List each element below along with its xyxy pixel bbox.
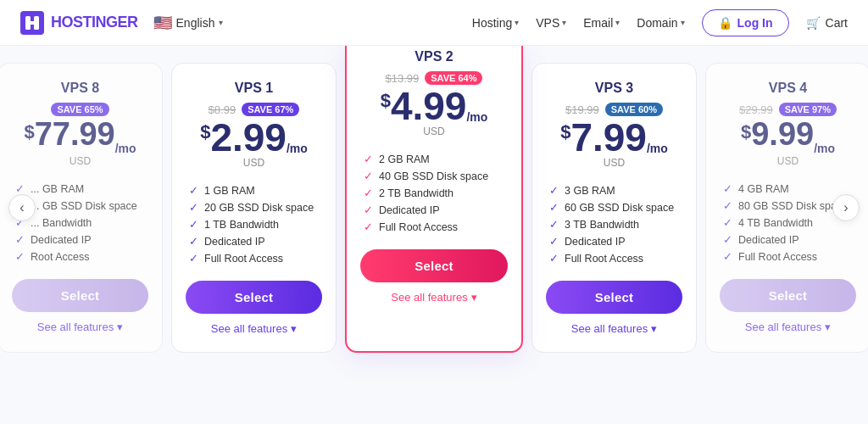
card-vps1-title: VPS 1 xyxy=(235,81,273,96)
list-item: ✓Full Root Access xyxy=(549,252,679,265)
nav-vps[interactable]: VPS ▾ xyxy=(536,16,566,30)
logo-icon xyxy=(20,11,44,35)
list-item: ✓3 GB RAM xyxy=(549,184,679,197)
arrow-right-button[interactable]: › xyxy=(832,194,860,221)
card-vps3-mo: /mo xyxy=(647,142,668,155)
lock-icon: 🔒 xyxy=(718,16,732,30)
card-vps3-select-button[interactable]: Select xyxy=(546,281,682,314)
list-item: ✓Dedicated IP xyxy=(364,204,504,216)
see-features-label: See all features xyxy=(745,321,821,333)
check-icon: ✓ xyxy=(723,233,732,246)
cart-button[interactable]: 🛒 Cart xyxy=(806,16,848,30)
card-vps3-original-price: $19.99 xyxy=(565,103,599,116)
card-vps4-original-price: $29.99 xyxy=(739,103,773,116)
card-vps8-see-features[interactable]: See all features ▾ xyxy=(37,321,123,333)
list-item: ✓4 GB RAM xyxy=(723,182,853,195)
check-icon: ✓ xyxy=(549,218,559,231)
check-icon: ✓ xyxy=(15,233,25,246)
card-vps1-price-row: $8.99 SAVE 67% xyxy=(209,103,300,116)
check-icon: ✓ xyxy=(723,216,732,229)
check-icon: ✓ xyxy=(549,235,559,248)
card-vps8-save-badge: SAVE 65% xyxy=(51,103,108,116)
check-icon: ✓ xyxy=(549,252,559,265)
list-item: ✓1 TB Bandwidth xyxy=(189,218,319,231)
card-vps3-price-main: $ 7.99 /mo xyxy=(560,118,668,157)
see-features-label: See all features xyxy=(211,322,287,335)
card-vps4-title: VPS 4 xyxy=(769,81,807,96)
card-vps2-see-features[interactable]: See all features ▾ xyxy=(391,291,476,304)
login-button[interactable]: 🔒 Log In xyxy=(702,9,789,36)
card-vps8-select-button[interactable]: Select xyxy=(12,279,148,312)
card-vps3-number: 7.99 xyxy=(570,118,647,157)
card-vps3-see-features[interactable]: See all features ▾ xyxy=(571,322,657,335)
language-selector[interactable]: 🇺🇸 English ▾ xyxy=(153,14,224,32)
list-item: ✓Dedicated IP xyxy=(189,235,319,248)
card-vps1-save-badge: SAVE 67% xyxy=(242,103,299,116)
card-vps2-price-row: $13.99 SAVE 64% xyxy=(386,71,483,85)
check-icon: ✓ xyxy=(189,184,198,197)
check-icon: ✓ xyxy=(549,184,559,197)
check-icon: ✓ xyxy=(15,182,25,195)
check-icon: ✓ xyxy=(364,220,373,233)
chevron-down-icon: ▾ xyxy=(651,322,657,335)
nav-links: Hosting ▾ VPS ▾ Email ▾ Domain ▾ 🔒 Log I… xyxy=(472,9,848,36)
card-vps8-mo: /mo xyxy=(115,142,136,155)
list-item: ✓Full Root Access xyxy=(189,252,319,265)
card-vps4-price-main: $ 9.99 /mo xyxy=(741,118,835,155)
card-vps3-currency: USD xyxy=(604,157,625,169)
card-vps4-dollar: $ xyxy=(741,121,751,143)
card-vps8-dollar: $ xyxy=(24,121,34,143)
list-item: ✓Dedicated IP xyxy=(549,235,679,248)
list-item: ✓40 GB SSD Disk space xyxy=(364,170,504,182)
card-vps4-price-row: $29.99 SAVE 97% xyxy=(739,103,837,116)
logo[interactable]: HOSTINGER xyxy=(20,11,138,35)
check-icon: ✓ xyxy=(189,201,198,214)
card-vps4-save-badge: SAVE 97% xyxy=(779,103,837,116)
card-vps8-price-row: SAVE 65% xyxy=(51,103,108,116)
check-icon: ✓ xyxy=(549,201,559,214)
card-vps2-select-button[interactable]: Select xyxy=(360,249,508,282)
chevron-down-icon: ▾ xyxy=(471,291,477,304)
list-item: ✓4 TB Bandwidth xyxy=(723,216,853,229)
card-vps1-see-features[interactable]: See all features ▾ xyxy=(211,322,297,335)
card-vps3-save-badge: SAVE 60% xyxy=(605,103,663,116)
card-vps8-number: 77.99 xyxy=(35,118,115,150)
card-vps4-select-button[interactable]: Select xyxy=(720,279,856,312)
card-vps2-features: ✓2 GB RAM ✓40 GB SSD Disk space ✓2 TB Ba… xyxy=(360,153,508,237)
arrow-left-button[interactable]: ‹ xyxy=(8,194,36,221)
card-vps4-see-features[interactable]: See all features ▾ xyxy=(745,321,831,333)
list-item: ✓... Bandwidth xyxy=(15,216,145,229)
check-icon: ✓ xyxy=(364,170,373,182)
check-icon: ✓ xyxy=(189,252,198,265)
card-vps1-select-button[interactable]: Select xyxy=(186,281,322,314)
card-vps3-price-row: $19.99 SAVE 60% xyxy=(565,103,663,116)
list-item: ✓Root Access xyxy=(15,250,145,263)
navbar: HOSTINGER 🇺🇸 English ▾ Hosting ▾ VPS ▾ E… xyxy=(0,0,868,46)
hosting-chevron-icon: ▾ xyxy=(515,18,519,27)
card-vps3-title: VPS 3 xyxy=(595,81,633,96)
card-vps1-number: 2.99 xyxy=(210,118,287,157)
chevron-down-icon: ▾ xyxy=(825,321,831,333)
svg-rect-2 xyxy=(25,21,39,25)
list-item: ✓Dedicated IP xyxy=(723,233,853,246)
card-vps2-dollar: $ xyxy=(381,90,391,112)
check-icon: ✓ xyxy=(189,218,198,231)
nav-email[interactable]: Email ▾ xyxy=(583,16,620,30)
card-vps2-mo: /mo xyxy=(466,110,487,124)
logo-text: HOSTINGER xyxy=(51,14,138,31)
flag-icon: 🇺🇸 xyxy=(153,14,172,32)
list-item: ✓3 TB Bandwidth xyxy=(549,218,679,231)
card-vps2-original-price: $13.99 xyxy=(386,72,420,85)
card-vps1-currency: USD xyxy=(243,157,264,169)
nav-hosting[interactable]: Hosting ▾ xyxy=(472,16,519,30)
see-features-label: See all features xyxy=(391,291,467,304)
see-features-label: See all features xyxy=(571,322,648,335)
card-vps2-price-main: $ 4.99 /mo xyxy=(381,86,488,126)
email-chevron-icon: ▾ xyxy=(615,18,620,27)
nav-domain[interactable]: Domain ▾ xyxy=(637,16,684,30)
card-vps2-currency: USD xyxy=(423,126,444,137)
check-icon: ✓ xyxy=(723,182,732,195)
check-icon: ✓ xyxy=(189,235,198,248)
see-features-label: See all features xyxy=(37,321,114,333)
domain-chevron-icon: ▾ xyxy=(681,18,685,27)
